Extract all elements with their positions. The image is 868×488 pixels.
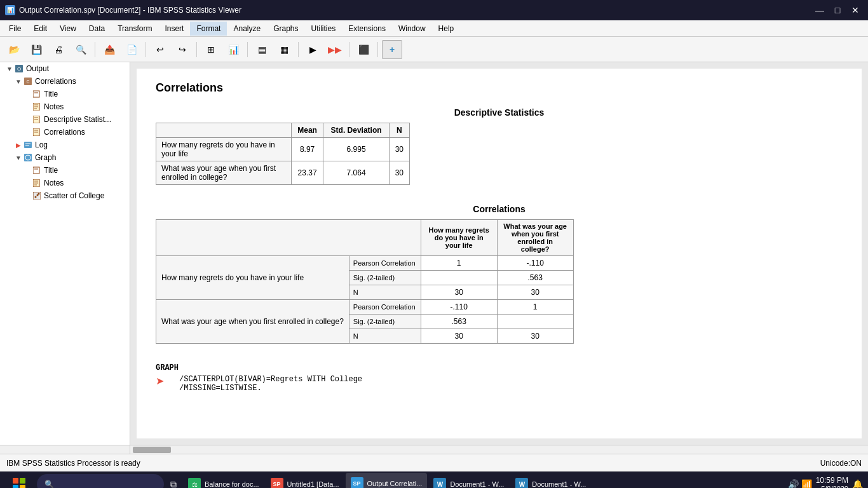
minimize-button[interactable]: —: [812, 3, 827, 18]
corr-r1c2-sig: .563: [497, 271, 573, 285]
tree-item-corr-table[interactable]: Correlations: [0, 126, 130, 139]
content-inner: Correlations Descriptive Statistics Mean…: [137, 69, 862, 438]
tree-item-correlations-group[interactable]: ▼ C Correlations: [0, 75, 130, 88]
report-button[interactable]: 📄: [121, 40, 142, 59]
taskbar-app-spss-output[interactable]: SP Output Correlati...: [346, 473, 428, 488]
menu-view[interactable]: View: [53, 22, 83, 36]
word2-label: Document1 - W...: [532, 480, 586, 488]
toggle-log[interactable]: ▶: [14, 142, 23, 149]
logo-blue: [13, 485, 18, 488]
print-preview-button[interactable]: 🔍: [71, 40, 91, 59]
start-button[interactable]: [3, 473, 36, 488]
toggle-output[interactable]: ▼: [5, 65, 14, 72]
graph-arrow-icon: ➤: [156, 375, 164, 387]
menu-analyze[interactable]: Analyze: [227, 22, 267, 36]
corr-r1c2-pearson: -.110: [497, 256, 573, 271]
svg-rect-21: [33, 167, 39, 173]
spss-output-icon: SP: [351, 477, 363, 488]
corr-title-label: Title: [44, 90, 58, 98]
tree-item-descriptive[interactable]: Descriptive Statist...: [0, 113, 130, 126]
output-label: Output: [26, 64, 49, 73]
graph-notes-label: Notes: [44, 179, 64, 187]
corr-row1-section-label: How many regrets do you have in your lif…: [156, 256, 349, 300]
corr-table-label: Correlations: [44, 128, 85, 137]
script-button[interactable]: +: [382, 40, 402, 59]
corr-r1c1-pearson: 1: [421, 256, 497, 271]
menu-edit[interactable]: Edit: [27, 22, 53, 36]
word2-icon: W: [515, 478, 528, 488]
undo-button[interactable]: ↩: [150, 40, 170, 59]
run-all-button[interactable]: ▶▶: [325, 40, 345, 59]
spss-data-symbol: SP: [273, 481, 281, 487]
pivot-button[interactable]: ⊞: [201, 40, 221, 59]
notification-icon[interactable]: 🔔: [852, 479, 863, 488]
taskbar-app-word1[interactable]: W Document1 - W...: [428, 473, 509, 488]
desc-col-n: N: [389, 123, 409, 138]
graph-code-lines: /SCATTERPLOT(BIVAR)=Regrets WITH College…: [166, 375, 362, 393]
menu-utilities[interactable]: Utilities: [305, 22, 342, 36]
corr-col1-header: How many regrets do you have in your lif…: [421, 220, 497, 256]
corr-row1-pearson: How many regrets do you have in your lif…: [156, 256, 574, 271]
corr-r2c2-n: 30: [497, 329, 573, 344]
graph-section: GRAPH ➤ /SCATTERPLOT(BIVAR)=Regrets WITH…: [156, 363, 843, 393]
menu-transform[interactable]: Transform: [111, 22, 158, 36]
svg-rect-4: [33, 91, 39, 97]
taskbar-app-spss-data[interactable]: SP Untitled1 [Data...: [266, 473, 344, 488]
menu-help[interactable]: Help: [432, 22, 461, 36]
descriptive-stats-section: Descriptive Statistics Mean Std. Deviati…: [156, 107, 843, 185]
toggle-graph[interactable]: ▼: [14, 154, 23, 161]
horizontal-scrollbar[interactable]: [0, 445, 868, 454]
h-scroll-thumb[interactable]: [133, 447, 171, 453]
menu-file[interactable]: File: [3, 22, 27, 36]
chart-button[interactable]: 📊: [223, 40, 243, 59]
title-bar: 📊 Output Correlation.spv [Document2] - I…: [0, 0, 868, 20]
scatter-icon: [32, 191, 42, 201]
run-button[interactable]: ▶: [302, 40, 323, 59]
maximize-button[interactable]: □: [830, 3, 845, 18]
toggle-correlations[interactable]: ▼: [14, 78, 23, 85]
taskbar-app-word2[interactable]: W Document1 - W...: [510, 473, 591, 488]
taskbar-app-balance[interactable]: ⚖ Balance for doc...: [183, 473, 264, 488]
output-icon: O: [14, 64, 24, 74]
taskbar-search[interactable]: 🔍: [37, 474, 164, 488]
print-button[interactable]: 🖨: [48, 40, 69, 59]
goto-case-button[interactable]: ▤: [252, 40, 272, 59]
menu-format[interactable]: Format: [190, 22, 227, 36]
descriptive-stats-table: Mean Std. Deviation N How many regrets d…: [156, 123, 410, 185]
menu-data[interactable]: Data: [83, 22, 111, 36]
corr-table-icon: [32, 127, 42, 137]
desc-row2-mean: 23.37: [291, 161, 323, 185]
descriptive-icon: [32, 114, 42, 125]
tree-item-graph-title[interactable]: Title: [0, 164, 130, 177]
task-view-button[interactable]: ⧉: [165, 473, 182, 488]
log-icon: [23, 140, 33, 150]
tree-item-output[interactable]: ▼ O Output: [0, 62, 130, 75]
title-bar-left: 📊 Output Correlation.spv [Document2] - I…: [5, 5, 241, 15]
tree-item-scatter[interactable]: Scatter of College: [0, 189, 130, 202]
tree-item-graph-notes[interactable]: Notes: [0, 177, 130, 189]
graph-code-line2: /MISSING=LISTWISE.: [179, 384, 362, 393]
tree-item-corr-notes[interactable]: Notes: [0, 100, 130, 113]
tree-item-log[interactable]: ▶ Log: [0, 139, 130, 151]
close-button[interactable]: ✕: [848, 3, 863, 18]
word2-symbol: W: [519, 481, 525, 488]
export-button[interactable]: 📤: [99, 40, 119, 59]
word1-icon: W: [433, 478, 446, 488]
tree-item-graph-group[interactable]: ▼ Graph: [0, 151, 130, 164]
menu-graphs[interactable]: Graphs: [267, 22, 304, 36]
goto-var-button[interactable]: ▦: [274, 40, 294, 59]
redo-button[interactable]: ↪: [172, 40, 193, 59]
save-button[interactable]: 💾: [26, 40, 46, 59]
logo-green: [20, 478, 25, 484]
stop-button[interactable]: ⬛: [353, 40, 374, 59]
tree-item-corr-title[interactable]: Title: [0, 88, 130, 100]
menu-insert[interactable]: Insert: [158, 22, 190, 36]
svg-point-28: [35, 196, 37, 198]
clock: 10:59 PM 5/8/2020: [816, 476, 848, 488]
desc-row-1: How many regrets do you have in your lif…: [156, 138, 410, 161]
desc-col-mean: Mean: [291, 123, 323, 138]
content-area[interactable]: Correlations Descriptive Statistics Mean…: [130, 62, 868, 445]
menu-extensions[interactable]: Extensions: [342, 22, 392, 36]
open-button[interactable]: 📂: [4, 40, 24, 59]
menu-window[interactable]: Window: [392, 22, 432, 36]
